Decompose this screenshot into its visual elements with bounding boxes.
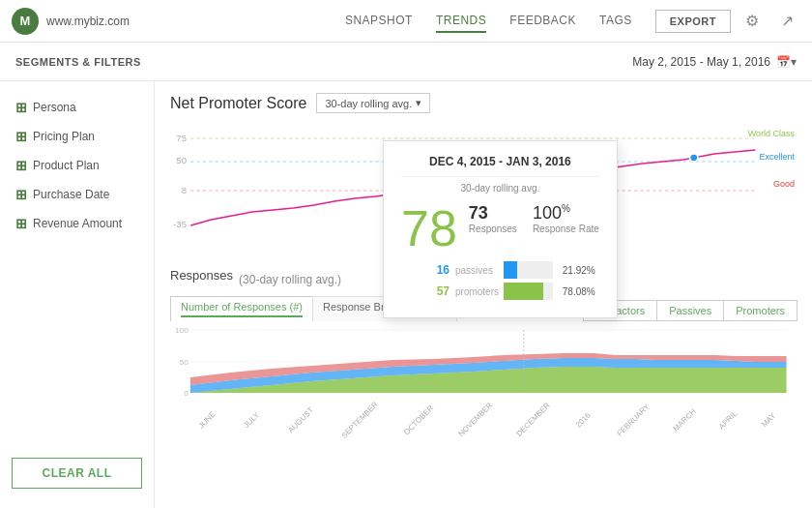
sidebar-item-label: Purchase Date — [33, 188, 109, 201]
passives-label: passives — [455, 265, 498, 276]
segments-label: SEGMENTS & FILTERS — [15, 56, 141, 68]
top-nav: M www.mybiz.com SNAPSHOT TRENDS FEEDBACK… — [0, 0, 812, 43]
nps-chart: World Class Excellent Good 75 50 8 -35 — [170, 121, 797, 256]
promoters-pct: 78.08% — [563, 286, 599, 297]
rolling-avg-dropdown[interactable]: 30-day rolling avg. ▾ — [316, 93, 430, 113]
sidebar-item-product-plan[interactable]: ⊞ Product Plan — [0, 151, 154, 180]
segments-bar: SEGMENTS & FILTERS May 2, 2015 - May 1, … — [0, 43, 812, 81]
svg-point-7 — [690, 154, 698, 162]
add-icon: ⊞ — [15, 100, 27, 115]
svg-text:50: 50 — [176, 156, 187, 165]
logo-icon: M — [12, 8, 39, 35]
tooltip-passives-row: 16 passives 21.92% — [401, 261, 599, 279]
site-url: www.mybiz.com — [46, 15, 130, 28]
passives-count: 16 — [401, 263, 450, 277]
add-icon: ⊞ — [15, 158, 27, 173]
tooltip-rate-value: 100% — [533, 203, 599, 224]
responses-subtitle: (30-day rolling avg.) — [239, 273, 341, 286]
tooltip-promoters-row: 57 promoters 78.08% — [401, 283, 599, 300]
chevron-down-icon: ▾ — [416, 97, 421, 109]
clear-all-button[interactable]: CLEAR ALL — [12, 458, 142, 489]
svg-text:50: 50 — [180, 358, 189, 367]
tab-number-responses[interactable]: Number of Responses (#) — [170, 296, 313, 321]
tab-tags[interactable]: TAGS — [599, 10, 632, 33]
sidebar-item-pricing-plan[interactable]: ⊞ Pricing Plan — [0, 122, 154, 151]
responses-title: Responses — [170, 268, 233, 283]
sidebar-item-label: Persona — [33, 101, 76, 114]
nav-tabs: SNAPSHOT TRENDS FEEDBACK TAGS — [345, 10, 632, 33]
area-chart-svg: 100 50 0 — [170, 325, 797, 412]
sidebar-item-label: Pricing Plan — [33, 130, 95, 143]
tooltip-score-value: 78 — [401, 203, 457, 254]
nps-title: Net Promoter Score — [170, 95, 306, 112]
add-icon: ⊞ — [15, 187, 27, 202]
tooltip-responses-label: Responses — [469, 224, 517, 234]
tab-snapshot[interactable]: SNAPSHOT — [345, 10, 413, 33]
add-icon: ⊞ — [15, 129, 27, 144]
tab-feedback[interactable]: FEEDBACK — [509, 10, 576, 33]
export-button[interactable]: EXPORT — [655, 10, 731, 33]
tooltip-date: DEC 4, 2015 - JAN 3, 2016 — [401, 155, 599, 177]
external-link-icon[interactable]: ↗ — [773, 8, 800, 35]
settings-icon[interactable]: ⚙ — [739, 8, 766, 35]
sidebar: ⊞ Persona ⊞ Pricing Plan ⊞ Product Plan … — [0, 81, 155, 508]
sidebar-item-persona[interactable]: ⊞ Persona — [0, 93, 154, 122]
good-label: Good — [773, 179, 795, 189]
nav-actions: EXPORT ⚙ ↗ — [655, 8, 800, 35]
calendar-icon: 📅▾ — [776, 55, 797, 69]
add-icon: ⊞ — [15, 216, 27, 231]
passives-bar — [504, 261, 553, 279]
svg-text:0: 0 — [184, 389, 188, 398]
svg-text:-35: -35 — [173, 220, 187, 229]
dropdown-label: 30-day rolling avg. — [325, 98, 412, 109]
responses-area-chart: 100 50 0 JUNE JULY AUGUST — [170, 325, 797, 412]
date-range-text: May 2, 2015 - May 1, 2016 — [632, 55, 770, 69]
svg-text:8: 8 — [182, 186, 187, 195]
nps-tooltip: DEC 4, 2015 - JAN 3, 2016 30-day rolling… — [383, 140, 618, 318]
svg-text:75: 75 — [176, 134, 187, 143]
promoters-label: promoters — [455, 286, 498, 297]
main-layout: ⊞ Persona ⊞ Pricing Plan ⊞ Product Plan … — [0, 81, 812, 508]
passives-tab[interactable]: Passives — [656, 300, 724, 321]
tooltip-responses-value: 73 — [469, 203, 517, 224]
x-axis-labels: JUNE JULY AUGUST SEPTEMBER OCTOBER NOVEM… — [170, 415, 797, 426]
promoters-bar — [504, 283, 553, 300]
tooltip-rate-label: Response Rate — [533, 224, 599, 234]
sidebar-item-label: Revenue Amount — [33, 217, 122, 230]
x-label-may: MAY — [758, 409, 780, 432]
sidebar-item-purchase-date[interactable]: ⊞ Purchase Date — [0, 180, 154, 209]
sidebar-item-label: Product Plan — [33, 159, 100, 172]
date-range-selector[interactable]: May 2, 2015 - May 1, 2016 📅▾ — [632, 55, 797, 69]
passives-bar-fill — [504, 261, 517, 279]
tooltip-sub: 30-day rolling avg. — [401, 183, 599, 194]
world-class-label: World Class — [748, 129, 795, 138]
content-area: Net Promoter Score 30-day rolling avg. ▾… — [155, 81, 812, 508]
sidebar-item-revenue-amount[interactable]: ⊞ Revenue Amount — [0, 209, 154, 238]
promoters-tab[interactable]: Promoters — [723, 300, 798, 321]
nps-section-header: Net Promoter Score 30-day rolling avg. ▾ — [170, 93, 797, 113]
tooltip-score-area: 78 73 Responses 100% Response Rate — [401, 203, 599, 254]
excellent-label: Excellent — [759, 152, 795, 162]
promoters-count: 57 — [401, 284, 450, 298]
svg-text:100: 100 — [175, 326, 188, 335]
promoters-bar-fill — [504, 283, 543, 300]
tab-trends[interactable]: TRENDS — [436, 10, 486, 33]
passives-pct: 21.92% — [563, 265, 599, 276]
